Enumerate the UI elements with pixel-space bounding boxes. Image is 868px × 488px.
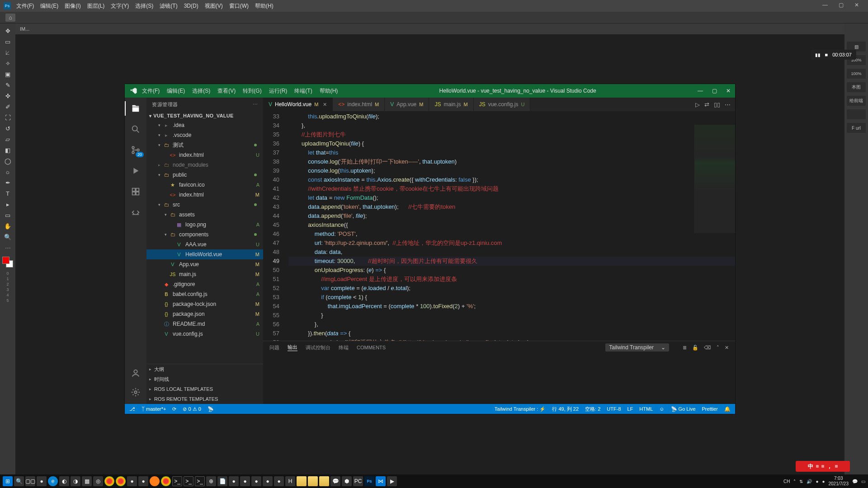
section-timeline[interactable]: ▸时间线 [146, 374, 263, 384]
rec-stop-icon[interactable]: ■ [825, 52, 828, 57]
code-line[interactable]: }, [288, 121, 735, 130]
code-line[interactable]: timeout: 30000, //超时时间，因为图片上传有可能需要很久 [288, 257, 735, 266]
ps-maximize-icon[interactable]: ▢ [839, 2, 844, 8]
status-feedback-icon[interactable]: ☺ [659, 406, 664, 412]
move-tool-icon[interactable]: ✥ [2, 26, 13, 35]
hand-tool-icon[interactable]: ✋ [2, 221, 13, 230]
taskbar-terminal-icon[interactable]: >_ [184, 476, 193, 486]
activity-run-debug-icon[interactable] [129, 164, 142, 177]
tray-network-icon[interactable]: ⇅ [799, 479, 803, 484]
lasso-tool-icon[interactable]: ⟀ [2, 48, 13, 57]
tree-item[interactable]: {}package-lock.jsonM [146, 299, 263, 309]
panel-close-icon[interactable]: ✕ [725, 345, 729, 351]
vsc-menu-go[interactable]: 转到(G) [243, 87, 261, 95]
code-line[interactable]: var complete = (e.loaded / e.total); [288, 284, 735, 293]
compare-icon[interactable]: ⇄ [704, 101, 709, 108]
vsc-menu-edit[interactable]: 编辑(E) [167, 87, 185, 95]
tray-icon[interactable]: ▭ [861, 479, 865, 484]
ps-document-tab[interactable]: IM... [15, 23, 844, 34]
code-line[interactable]: uploadImgToQiniu(file) { [288, 139, 735, 148]
path-select-tool-icon[interactable]: ▸ [2, 200, 13, 209]
taskbar-app[interactable]: ● [127, 476, 137, 486]
code-line[interactable]: //withCredentials 禁止携带cookie，带cookie在七牛上… [288, 184, 735, 193]
history-brush-tool-icon[interactable]: ↺ [2, 124, 13, 133]
ps-menu-type[interactable]: 文字(Y) [111, 2, 129, 10]
eyedropper-tool-icon[interactable]: ✎ [2, 80, 13, 89]
panel-tab-comments[interactable]: COMMENTS [357, 345, 386, 350]
activity-search-icon[interactable] [129, 123, 142, 136]
tray-expand-icon[interactable]: ˄ [793, 479, 796, 484]
taskbar-app[interactable]: ◑ [71, 476, 80, 486]
taskbar-photoshop-icon[interactable]: Ps [364, 476, 374, 486]
code-line[interactable]: console.log('开始上传时打印一下token-----', that.… [288, 157, 735, 166]
tree-item[interactable]: {}package.jsonM [146, 309, 263, 319]
status-notifications-icon[interactable]: 🔔 [724, 406, 731, 412]
live-server-port-icon[interactable]: 📡 [208, 406, 214, 412]
tree-item[interactable]: JSmain.jsM [146, 269, 263, 279]
taskbar-folder-icon[interactable] [308, 476, 318, 486]
ps-panel-item-2[interactable]: 给前端 [847, 96, 866, 106]
edit-toolbar-icon[interactable]: ⋯ [2, 243, 13, 252]
taskbar-app[interactable]: ● [251, 476, 261, 486]
tree-item[interactable]: ▾🗀public [146, 170, 263, 180]
taskbar-chrome-icon[interactable] [104, 476, 114, 486]
ps-menu-window[interactable]: 窗口(W) [229, 2, 249, 10]
code-line[interactable]: let that=this [288, 148, 735, 157]
code-line[interactable]: let data = new FormData(); [288, 193, 735, 202]
taskbar-folder-icon[interactable] [297, 476, 307, 486]
taskbar-app[interactable]: ● [263, 476, 273, 486]
tree-item[interactable]: ▾▸.vscode [146, 130, 263, 140]
taskbar-app[interactable]: ● [138, 476, 148, 486]
ps-panel-item-1[interactable]: 本图 [847, 82, 866, 92]
code-line[interactable]: onUploadProgress: (e) => { [288, 266, 735, 275]
code-line[interactable]: }, [288, 320, 735, 329]
shape-tool-icon[interactable]: ▭ [2, 211, 13, 220]
code-line[interactable]: data: data, [288, 248, 735, 257]
problems-count[interactable]: ⊘ 0 ⚠ 0 [183, 406, 201, 412]
editor-tab[interactable]: <>index.htmlM [333, 98, 385, 111]
section-ros-local[interactable]: ▸ROS LOCAL TEMPLATES [146, 384, 263, 394]
taskbar-chrome-icon[interactable] [161, 476, 171, 486]
panel-lock-icon[interactable]: 🔓 [692, 345, 698, 351]
section-ros-remote[interactable]: ▸ROS REMOTE TEMPLATES [146, 394, 263, 404]
taskbar-search-icon[interactable]: 🔍 [14, 476, 24, 486]
ps-menu-edit[interactable]: 编辑(E) [40, 2, 58, 10]
editor-tab[interactable]: VApp.vueM [385, 98, 429, 111]
vsc-menu-file[interactable]: 文件(F) [142, 87, 160, 95]
ps-menu-3d[interactable]: 3D(D) [184, 3, 198, 9]
status-language[interactable]: HTML [639, 406, 653, 412]
text-tool-icon[interactable]: T [2, 189, 13, 198]
vsc-menu-terminal[interactable]: 终端(T) [294, 87, 312, 95]
taskbar-app[interactable]: 📄 [217, 476, 227, 486]
screen-recorder-overlay[interactable]: ▮▮ ■ 00:03:07 [811, 50, 856, 60]
tree-item[interactable]: <>index.htmlU [146, 150, 263, 160]
taskbar-app[interactable]: ● [240, 476, 250, 486]
activity-remote-icon[interactable] [129, 206, 142, 219]
ps-menu-image[interactable]: 图像(I) [65, 2, 80, 10]
code-line[interactable]: url: 'http://up-z2.qiniup.com/', //上传地址，… [288, 239, 735, 248]
split-editor-icon[interactable]: ▯▯ [714, 101, 720, 108]
tray-action-center-icon[interactable]: 💬 [852, 479, 858, 484]
tree-item[interactable]: ▸🗀node_modules [146, 160, 263, 170]
vsc-close-icon[interactable]: ✕ [726, 88, 731, 94]
brush-tool-icon[interactable]: ✐ [2, 102, 13, 111]
taskbar-firefox-icon[interactable] [150, 476, 160, 486]
vsc-maximize-icon[interactable]: ▢ [712, 88, 717, 94]
taskbar-app[interactable]: ◐ [59, 476, 69, 486]
crop-tool-icon[interactable]: ▣ [2, 70, 13, 79]
taskbar-terminal-icon[interactable]: >_ [195, 476, 205, 486]
tree-item[interactable]: ⓘREADME.mdA [146, 319, 263, 329]
spot-heal-tool-icon[interactable]: ✜ [2, 91, 13, 100]
panel-tab-debug-console[interactable]: 调试控制台 [306, 344, 330, 351]
ps-home-icon[interactable]: ⌂ [5, 14, 15, 22]
taskbar-wechat-icon[interactable]: 💬 [330, 476, 340, 486]
taskbar-folder-icon[interactable] [319, 476, 329, 486]
code-line[interactable]: console.log("打印返回的文件名--","http://blog.im… [288, 338, 735, 341]
tree-item[interactable]: ◆.gitignoreA [146, 279, 263, 289]
status-encoding[interactable]: UTF-8 [607, 406, 621, 412]
activity-account-icon[interactable] [129, 367, 142, 380]
tree-item[interactable]: <>index.htmlM [146, 190, 263, 200]
taskbar-app[interactable]: ● [37, 476, 47, 486]
taskbar-app[interactable]: H [285, 476, 295, 486]
code-line[interactable]: this.uploadImgToQiniu(file); [288, 112, 735, 121]
